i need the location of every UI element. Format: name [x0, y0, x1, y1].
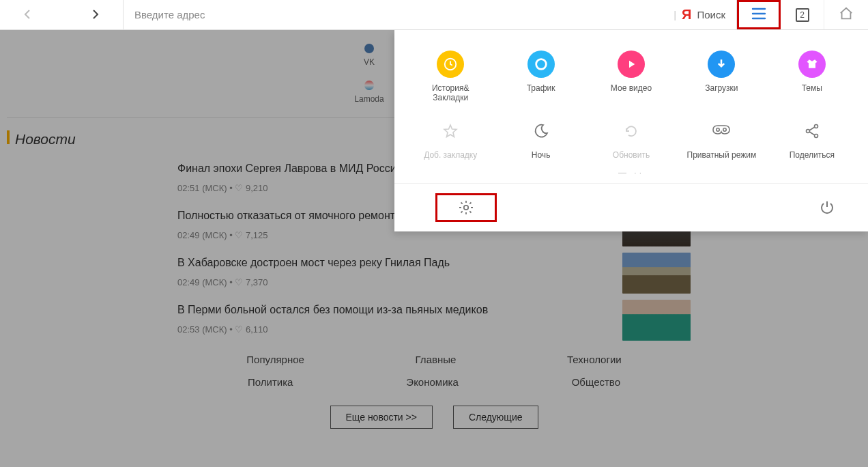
svg-point-1 — [536, 59, 546, 70]
home-icon — [839, 6, 854, 24]
exit-button[interactable] — [819, 199, 835, 216]
menu-share[interactable]: Поделиться — [767, 117, 857, 160]
tab-count-badge: 2 — [796, 8, 809, 22]
menu-traffic[interactable]: Трафик — [495, 51, 585, 102]
gear-icon — [458, 199, 474, 216]
menu-night-mode[interactable]: Ночь — [495, 117, 585, 160]
menu-my-video[interactable]: Мое видео — [586, 51, 676, 102]
menu-button[interactable] — [737, 0, 781, 29]
power-icon — [819, 199, 835, 216]
settings-button[interactable] — [435, 193, 497, 222]
forward-button[interactable] — [82, 6, 109, 24]
chevron-right-icon — [90, 9, 101, 20]
moon-icon — [527, 117, 555, 145]
main-menu-panel: История&Закладки Трафик Мое видео Загруз… — [394, 30, 868, 231]
svg-point-7 — [464, 206, 468, 210]
top-toolbar: Введите адрес | Я Поиск 2 — [0, 0, 868, 30]
menu-private-mode[interactable]: Приватный режим — [676, 117, 766, 160]
svg-point-3 — [723, 128, 726, 131]
search-brand[interactable]: | Я Поиск — [674, 7, 725, 23]
menu-refresh: Обновить — [586, 117, 676, 160]
home-button[interactable] — [824, 0, 868, 29]
refresh-icon — [618, 117, 645, 145]
address-placeholder: Введите адрес — [134, 9, 205, 20]
menu-add-bookmark: Доб. закладку — [405, 117, 495, 160]
address-bar[interactable]: Введите адрес | Я Поиск — [123, 0, 737, 29]
share-icon — [798, 117, 826, 145]
play-icon — [618, 51, 645, 78]
traffic-icon — [527, 51, 555, 78]
search-label: Поиск — [697, 9, 725, 20]
menu-themes[interactable]: Темы — [767, 51, 857, 102]
mask-icon — [708, 117, 735, 145]
star-icon — [437, 117, 464, 145]
clock-icon — [437, 51, 464, 78]
shirt-icon — [798, 51, 826, 78]
menu-page-indicator: — ·· — [394, 168, 868, 178]
tabs-button[interactable]: 2 — [781, 0, 824, 29]
yandex-icon: Я — [682, 7, 691, 23]
chevron-left-icon — [22, 9, 33, 20]
download-icon — [708, 51, 735, 78]
back-button[interactable] — [14, 6, 41, 24]
svg-point-2 — [717, 128, 719, 131]
menu-downloads[interactable]: Загрузки — [676, 51, 766, 102]
hamburger-icon — [751, 8, 766, 23]
menu-history-bookmarks[interactable]: История&Закладки — [405, 51, 495, 102]
